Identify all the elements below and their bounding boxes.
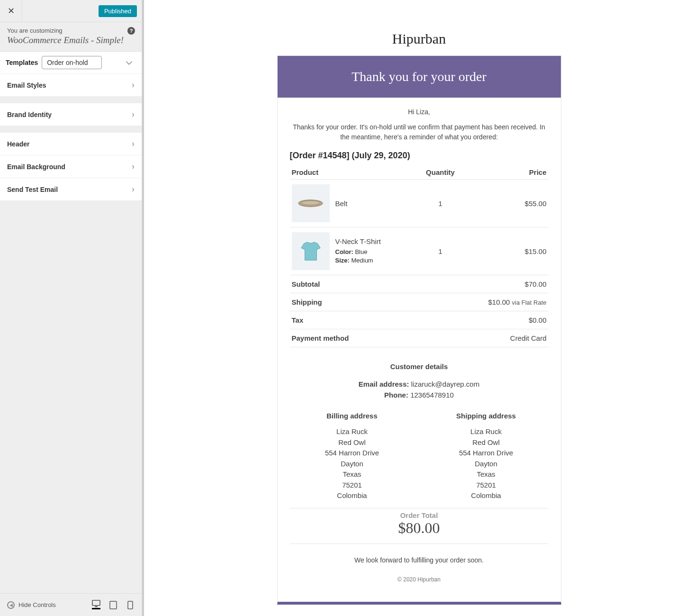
chevron-right-icon: › <box>132 139 135 149</box>
address-lines: Liza RuckRed Owl554 Harron DriveDaytonTe… <box>290 426 415 501</box>
email-outro: We look forward to fulfilling your order… <box>290 556 549 564</box>
billing-address-heading: Billing address <box>290 412 415 420</box>
svg-rect-2 <box>110 601 117 609</box>
chevron-right-icon: › <box>132 184 135 194</box>
summary-value: $70.00 <box>463 275 549 293</box>
summary-label: Shipping <box>290 293 463 311</box>
customer-details-heading: Customer details <box>290 362 549 371</box>
email-card: Thank you for your order Hi Liza, Thanks… <box>277 55 561 605</box>
preview-pane[interactable]: Hipurban Thank you for your order Hi Liz… <box>142 0 694 616</box>
hide-controls-label: Hide Controls <box>18 601 56 608</box>
panel-item-label: Send Test Email <box>7 186 58 193</box>
email-header: Thank you for your order <box>278 56 561 98</box>
product-qty: 1 <box>418 180 463 227</box>
desktop-device-icon[interactable] <box>92 601 100 609</box>
brand-title: Hipurban <box>392 31 446 47</box>
summary-row: Subtotal$70.00 <box>290 275 549 293</box>
customer-email-value: lizaruck@dayrep.com <box>411 380 479 388</box>
email-greeting: Hi Liza, <box>290 108 549 116</box>
summary-row: Payment methodCredit Card <box>290 329 549 347</box>
panel-item-label: Brand Identity <box>7 111 52 118</box>
order-heading: [Order #14548] (July 29, 2020) <box>290 151 549 161</box>
product-thumbnail <box>292 184 330 222</box>
product-price: $15.00 <box>463 227 549 275</box>
panel-item-email-background[interactable]: Email Background› <box>0 155 142 178</box>
svg-rect-0 <box>92 600 100 605</box>
publish-status-badge[interactable]: Published <box>99 5 137 17</box>
customer-phone-value: 12365478910 <box>410 391 454 399</box>
panel-item-email-styles[interactable]: Email Styles› <box>0 74 142 97</box>
templates-label: Templates <box>6 59 38 66</box>
product-name: V-Neck T-Shirt <box>335 237 381 245</box>
summary-label: Tax <box>290 311 463 329</box>
svg-rect-1 <box>95 606 97 607</box>
chevron-right-icon: › <box>132 109 135 119</box>
product-thumbnail <box>292 232 330 270</box>
product-price: $55.00 <box>463 180 549 227</box>
address-lines: Liza RuckRed Owl554 Harron DriveDaytonTe… <box>424 426 549 501</box>
customizer-sidebar: ✕ Published You are customizing WooComme… <box>0 0 142 616</box>
customer-email-label: Email address: <box>359 380 409 388</box>
summary-value: Credit Card <box>463 329 549 347</box>
chevron-right-icon: › <box>132 80 135 90</box>
order-total-label: Order Total <box>290 511 549 519</box>
customizing-info: You are customizing WooCommerce Emails -… <box>0 22 142 52</box>
shipping-address: Shipping address Liza RuckRed Owl554 Har… <box>424 412 549 501</box>
panel-item-label: Email Styles <box>7 82 46 89</box>
customer-phone-label: Phone: <box>384 391 408 399</box>
customer-details: Customer details Email address: lizaruck… <box>290 362 549 400</box>
column-price: Price <box>463 165 549 180</box>
templates-row: Templates Order on-hold <box>0 52 142 74</box>
sidebar-footer: ◀ Hide Controls <box>0 593 142 616</box>
help-icon[interactable]: ? <box>127 27 135 35</box>
svg-rect-3 <box>128 601 133 609</box>
customizing-title: WooCommerce Emails - Simple! <box>7 35 135 45</box>
summary-label: Subtotal <box>290 275 463 293</box>
summary-value: $0.00 <box>463 311 549 329</box>
summary-row: Shipping$10.00 via Flat Rate <box>290 293 549 311</box>
column-product: Product <box>290 165 418 180</box>
column-quantity: Quantity <box>418 165 463 180</box>
panel-item-send-test-email[interactable]: Send Test Email› <box>0 178 142 201</box>
product-attributes: Color: BlueSize: Medium <box>335 248 381 265</box>
shipping-address-heading: Shipping address <box>424 412 549 420</box>
billing-address: Billing address Liza RuckRed Owl554 Harr… <box>290 412 415 501</box>
table-row: V-Neck T-ShirtColor: BlueSize: Medium1$1… <box>290 227 549 275</box>
email-footer: © 2020 Hipurban <box>290 576 549 597</box>
chevron-right-icon: › <box>132 162 135 172</box>
templates-select[interactable]: Order on-hold <box>42 56 102 69</box>
product-name: Belt <box>335 199 348 208</box>
device-preview-switcher <box>92 601 135 609</box>
svg-point-5 <box>301 200 320 205</box>
addresses: Billing address Liza RuckRed Owl554 Harr… <box>290 412 549 501</box>
order-total-amount: $80.00 <box>290 519 549 537</box>
collapse-icon: ◀ <box>7 601 15 609</box>
panel-item-brand-identity[interactable]: Brand Identity› <box>0 103 142 126</box>
summary-row: Tax$0.00 <box>290 311 549 329</box>
close-button[interactable]: ✕ <box>0 0 22 22</box>
customizing-label: You are customizing <box>7 27 135 34</box>
tablet-device-icon[interactable] <box>109 601 117 609</box>
mobile-device-icon[interactable] <box>126 601 135 609</box>
sidebar-header: ✕ Published <box>0 0 142 22</box>
product-qty: 1 <box>418 227 463 275</box>
panel-item-label: Email Background <box>7 163 65 171</box>
panel-item-header[interactable]: Header› <box>0 133 142 155</box>
email-intro: Thanks for your order. It's on-hold unti… <box>290 122 549 142</box>
order-table: Product Quantity Price Belt1$55.00V-Neck… <box>290 165 549 347</box>
panel-item-label: Header <box>7 140 29 148</box>
summary-value: $10.00 via Flat Rate <box>463 293 549 311</box>
summary-label: Payment method <box>290 329 463 347</box>
table-row: Belt1$55.00 <box>290 180 549 227</box>
hide-controls-button[interactable]: ◀ Hide Controls <box>7 601 56 609</box>
order-total: Order Total $80.00 <box>290 508 549 544</box>
